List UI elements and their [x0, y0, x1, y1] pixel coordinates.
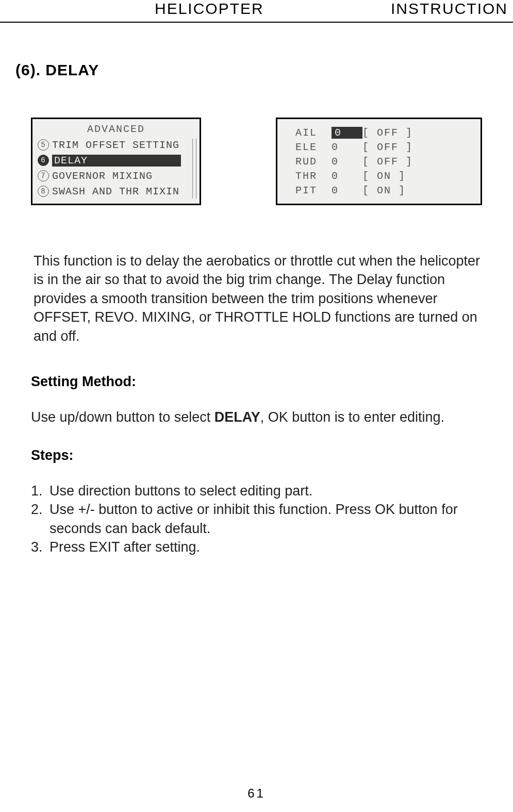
menu-item-label: TRIM OFFSET SETTING	[52, 139, 179, 151]
step-text: Use +/- button to active or inhibit this…	[49, 500, 482, 538]
value-number: 0	[332, 185, 362, 196]
setting-method-bold: DELAY	[214, 409, 260, 425]
value-number: 0	[332, 156, 362, 168]
step-number: 2.	[31, 500, 49, 538]
menu-item-label: SWASH AND THR MIXIN	[52, 186, 179, 197]
description-text: This function is to delay the aerobatics…	[34, 252, 482, 345]
value-label: PIT	[295, 185, 332, 196]
menu-item: 6DELAY	[38, 153, 194, 168]
header-left: HELICOPTER	[155, 0, 264, 18]
menu-item-number: 5	[38, 139, 49, 151]
setting-method-heading: Setting Method:	[31, 374, 513, 390]
menu-item: 7GOVERNOR MIXING	[38, 168, 194, 184]
value-state: [ ON ]	[362, 185, 406, 196]
value-label: AIL	[295, 127, 332, 139]
value-row: AIL0[ OFF ]	[295, 125, 470, 140]
value-row: ELE0[ OFF ]	[295, 140, 470, 154]
step-number: 3.	[31, 538, 49, 556]
value-state: [ OFF ]	[362, 127, 413, 139]
value-row: RUD0[ OFF ]	[295, 154, 470, 169]
steps-heading: Steps:	[31, 448, 513, 463]
step-number: 1.	[31, 482, 49, 500]
menu-item-number: 8	[38, 186, 49, 197]
value-state: [ ON ]	[362, 170, 406, 182]
header-rule	[0, 22, 513, 23]
lcd-menu-screen: ADVANCED 5TRIM OFFSET SETTING6DELAY7GOVE…	[31, 118, 201, 205]
setting-method-pre: Use up/down button to select	[31, 409, 214, 425]
setting-method-text: Use up/down button to select DELAY, OK b…	[31, 408, 479, 426]
menu-item-number: 6	[38, 155, 49, 166]
value-number: 0	[332, 141, 362, 153]
step-item: 1.Use direction buttons to select editin…	[31, 482, 482, 500]
section-title: (6). DELAY	[15, 61, 513, 79]
value-label: ELE	[295, 141, 332, 153]
value-row: THR0[ ON ]	[295, 169, 470, 183]
menu-item-number: 7	[38, 170, 49, 181]
header-right: INSTRUCTION	[391, 0, 508, 18]
value-number: 0	[332, 127, 362, 139]
value-state: [ OFF ]	[362, 156, 413, 168]
menu-item: 5TRIM OFFSET SETTING	[38, 137, 194, 153]
page-number: 61	[0, 786, 513, 801]
value-label: THR	[295, 170, 332, 182]
value-row: PIT0[ ON ]	[295, 183, 470, 197]
step-text: Use direction buttons to select editing …	[49, 482, 482, 500]
scrollbar-track	[192, 139, 196, 198]
lcd-menu-title: ADVANCED	[38, 123, 194, 135]
page-header: HELICOPTER INSTRUCTION	[0, 0, 513, 22]
menu-item-label: DELAY	[52, 155, 181, 167]
step-item: 3.Press EXIT after setting.	[31, 538, 482, 556]
value-state: [ OFF ]	[362, 141, 413, 153]
step-item: 2.Use +/- button to active or inhibit th…	[31, 500, 482, 538]
step-text: Press EXIT after setting.	[49, 538, 482, 556]
steps-list: 1.Use direction buttons to select editin…	[31, 482, 482, 557]
value-label: RUD	[295, 156, 332, 168]
lcd-screens: ADVANCED 5TRIM OFFSET SETTING6DELAY7GOVE…	[31, 118, 482, 205]
setting-method-post: , OK button is to enter editing.	[260, 409, 444, 425]
value-number: 0	[332, 170, 362, 182]
menu-item: 8SWASH AND THR MIXIN	[38, 184, 194, 199]
menu-item-label: GOVERNOR MIXING	[52, 170, 153, 182]
lcd-values-screen: AIL0[ OFF ]ELE0[ OFF ]RUD0[ OFF ]THR0[ O…	[276, 118, 482, 205]
